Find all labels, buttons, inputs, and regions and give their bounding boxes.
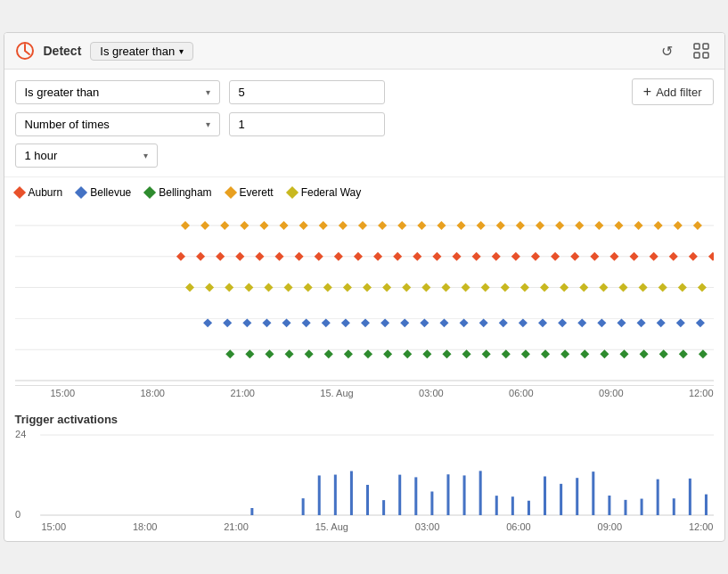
svg-rect-165 bbox=[560, 484, 562, 515]
svg-marker-108 bbox=[498, 318, 507, 327]
condition-badge-label: Is greater than bbox=[100, 45, 175, 58]
svg-rect-2 bbox=[703, 44, 708, 49]
bar-chart: 24 0 bbox=[15, 430, 714, 520]
svg-marker-96 bbox=[262, 318, 271, 327]
svg-marker-63 bbox=[668, 252, 677, 261]
scatter-chart bbox=[15, 208, 714, 386]
svg-marker-120 bbox=[245, 349, 254, 358]
svg-marker-112 bbox=[577, 318, 586, 327]
svg-marker-50 bbox=[413, 252, 421, 261]
x-label-0300: 03:00 bbox=[419, 388, 444, 398]
svg-rect-162 bbox=[511, 496, 513, 515]
times-row: Number of times ▾ bbox=[15, 112, 714, 136]
svg-marker-77 bbox=[402, 283, 411, 292]
bellingham-diamond-icon bbox=[143, 186, 156, 199]
svg-marker-83 bbox=[519, 283, 528, 292]
svg-marker-119 bbox=[225, 349, 234, 358]
bellevue-label: Bellevue bbox=[90, 186, 131, 199]
condition-select[interactable]: Is greater than ▾ bbox=[15, 80, 220, 104]
svg-marker-19 bbox=[338, 221, 347, 230]
svg-marker-74 bbox=[342, 283, 351, 292]
svg-marker-39 bbox=[196, 252, 205, 261]
add-filter-button[interactable]: + Add filter bbox=[632, 78, 714, 105]
panel-title: Detect bbox=[44, 44, 82, 58]
svg-marker-45 bbox=[314, 252, 323, 261]
scatter-x-labels: 15:00 18:00 21:00 15. Aug 03:00 06:00 09… bbox=[15, 386, 714, 406]
bar-x-1800: 18:00 bbox=[133, 521, 158, 532]
condition-badge[interactable]: Is greater than ▾ bbox=[90, 42, 193, 61]
bar-x-15aug: 15. Aug bbox=[315, 521, 348, 532]
svg-marker-52 bbox=[452, 252, 461, 261]
svg-marker-133 bbox=[501, 349, 510, 358]
svg-marker-121 bbox=[265, 349, 274, 358]
svg-marker-17 bbox=[299, 221, 307, 230]
svg-marker-15 bbox=[259, 221, 268, 230]
svg-rect-168 bbox=[608, 496, 610, 515]
svg-text:0: 0 bbox=[15, 509, 20, 520]
times-value-input[interactable] bbox=[229, 112, 385, 136]
svg-marker-98 bbox=[301, 318, 310, 327]
svg-marker-116 bbox=[656, 318, 665, 327]
svg-rect-153 bbox=[366, 485, 369, 515]
svg-rect-160 bbox=[479, 471, 481, 515]
svg-rect-174 bbox=[704, 495, 707, 515]
x-label-1800: 18:00 bbox=[140, 388, 165, 398]
svg-marker-142 bbox=[678, 349, 687, 358]
svg-marker-44 bbox=[294, 252, 303, 261]
svg-marker-73 bbox=[323, 283, 331, 292]
x-label-2100: 21:00 bbox=[230, 388, 255, 398]
svg-marker-89 bbox=[638, 283, 647, 292]
svg-marker-54 bbox=[491, 252, 500, 261]
config-icon[interactable] bbox=[689, 38, 714, 63]
svg-marker-132 bbox=[481, 349, 490, 358]
svg-marker-62 bbox=[649, 252, 658, 261]
svg-marker-135 bbox=[541, 349, 550, 358]
chevron-down-icon: ▾ bbox=[143, 151, 148, 160]
svg-rect-170 bbox=[640, 499, 642, 515]
svg-marker-34 bbox=[634, 221, 642, 230]
svg-marker-97 bbox=[282, 318, 290, 327]
svg-rect-173 bbox=[688, 479, 691, 515]
svg-marker-90 bbox=[658, 283, 667, 292]
svg-rect-172 bbox=[672, 498, 675, 515]
x-label-15aug: 15. Aug bbox=[320, 388, 353, 398]
svg-rect-167 bbox=[592, 472, 594, 515]
svg-marker-32 bbox=[594, 221, 603, 230]
bellingham-label: Bellingham bbox=[159, 186, 211, 199]
svg-marker-41 bbox=[235, 252, 244, 261]
legend-federal-way: Federal Way bbox=[288, 186, 362, 199]
svg-marker-23 bbox=[417, 221, 426, 230]
condition-value-input[interactable] bbox=[229, 80, 385, 104]
svg-marker-94 bbox=[223, 318, 232, 327]
svg-marker-53 bbox=[471, 252, 480, 261]
svg-text:24: 24 bbox=[15, 430, 26, 439]
svg-marker-80 bbox=[461, 283, 470, 292]
svg-marker-71 bbox=[283, 283, 292, 292]
header-actions: ↺ bbox=[655, 38, 714, 63]
svg-marker-141 bbox=[658, 349, 667, 358]
svg-marker-35 bbox=[653, 221, 662, 230]
svg-marker-140 bbox=[639, 349, 648, 358]
svg-marker-143 bbox=[698, 349, 707, 358]
svg-marker-30 bbox=[555, 221, 564, 230]
duration-select[interactable]: 1 hour ▾ bbox=[15, 144, 158, 168]
svg-marker-69 bbox=[244, 283, 253, 292]
chevron-down-icon: ▾ bbox=[206, 87, 210, 97]
svg-marker-128 bbox=[403, 349, 412, 358]
svg-rect-166 bbox=[576, 478, 578, 515]
svg-marker-11 bbox=[180, 221, 189, 230]
svg-marker-118 bbox=[695, 318, 704, 327]
auburn-diamond-icon bbox=[12, 186, 25, 199]
svg-marker-129 bbox=[422, 349, 431, 358]
svg-marker-65 bbox=[708, 252, 713, 261]
refresh-icon[interactable]: ↺ bbox=[655, 38, 680, 63]
svg-marker-46 bbox=[333, 252, 342, 261]
svg-marker-95 bbox=[242, 318, 251, 327]
scatter-chart-area: Auburn Bellevue Bellingham Everett Feder… bbox=[4, 177, 724, 406]
svg-marker-57 bbox=[551, 252, 560, 261]
svg-marker-107 bbox=[479, 318, 487, 327]
svg-marker-105 bbox=[439, 318, 448, 327]
svg-marker-68 bbox=[225, 283, 233, 292]
svg-rect-3 bbox=[694, 53, 699, 58]
times-select[interactable]: Number of times ▾ bbox=[15, 112, 220, 136]
